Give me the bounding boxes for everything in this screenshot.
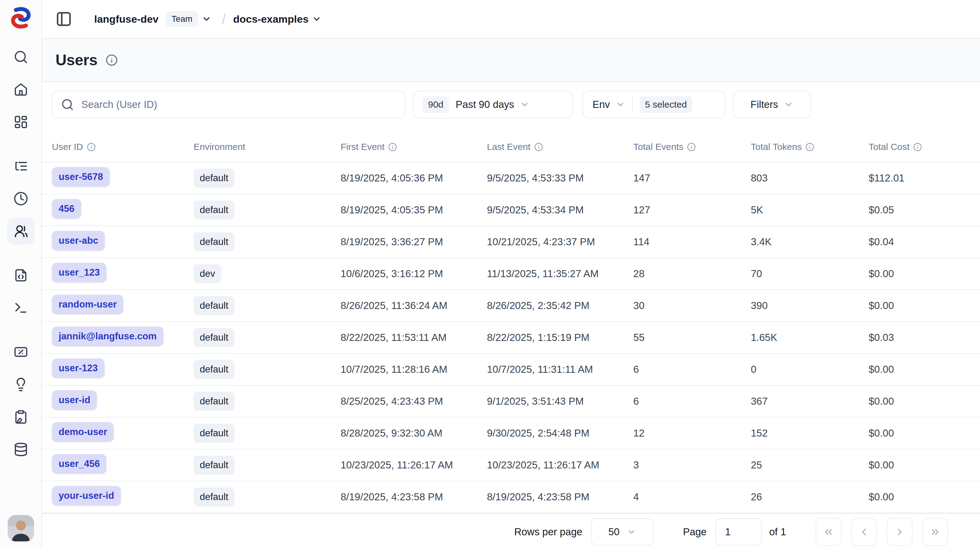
sidebar-item-prompts[interactable] [7, 262, 35, 289]
page-number-input[interactable] [715, 518, 762, 545]
table-row[interactable]: user_123 dev 10/6/2025, 3:16:12 PM 11/13… [42, 258, 980, 290]
info-icon[interactable] [87, 143, 96, 151]
user-id-badge[interactable]: your-user-id [52, 486, 121, 506]
column-header-label: Total Events [633, 142, 683, 152]
environment-cell: default [194, 296, 340, 315]
column-header[interactable]: Environment [194, 142, 340, 152]
table-row[interactable]: user-5678 default 8/19/2025, 4:05:36 PM … [42, 162, 980, 194]
info-icon[interactable] [687, 143, 696, 151]
user-id-cell: user_123 [52, 263, 194, 285]
last-event-cell: 8/19/2025, 4:23:58 PM [487, 491, 633, 503]
search-icon [61, 98, 74, 111]
sidebar-item-playground[interactable] [7, 294, 35, 321]
column-header-label: First Event [340, 142, 385, 152]
column-header-label: Last Event [487, 142, 530, 152]
environment-badge: default [194, 487, 234, 506]
sidebar-item-datasets[interactable] [7, 436, 35, 463]
env-filter-button[interactable]: Env 5 selected [583, 91, 725, 118]
total-events-cell: 147 [633, 172, 751, 184]
user-id-badge[interactable]: 456 [52, 199, 81, 219]
filters-button[interactable]: Filters [733, 91, 811, 118]
chevron-down-icon [312, 14, 321, 24]
sidebar-item-users[interactable] [7, 218, 35, 245]
main-content: langfuse-dev Team / docs-examples Users … [42, 0, 980, 550]
user-avatar[interactable] [8, 515, 34, 541]
sidebar-item-sessions[interactable] [7, 185, 35, 212]
total-cost-cell: $0.03 [869, 332, 970, 343]
sidebar-nav [7, 44, 35, 463]
sidebar-toggle-button[interactable] [56, 11, 72, 27]
environment-cell: default [194, 201, 340, 220]
table-row[interactable]: user-123 default 10/7/2025, 11:28:16 AM … [42, 354, 980, 386]
lightbulb-icon [13, 377, 28, 392]
table-row[interactable]: user_456 default 10/23/2025, 11:26:17 AM… [42, 449, 980, 481]
last-event-cell: 8/26/2025, 2:35:42 PM [487, 300, 633, 311]
table-row[interactable]: demo-user default 8/28/2025, 9:32:30 AM … [42, 418, 980, 449]
user-id-badge[interactable]: demo-user [52, 422, 114, 442]
org-switcher-button[interactable] [202, 14, 212, 24]
column-header[interactable]: User ID [52, 142, 194, 152]
search-input[interactable] [81, 99, 396, 110]
total-cost-cell: $0.00 [869, 491, 970, 503]
info-icon[interactable] [534, 143, 543, 151]
user-id-cell: user-abc [52, 231, 194, 253]
column-header[interactable]: Total Tokens [751, 142, 869, 152]
total-events-cell: 114 [633, 236, 751, 248]
user-id-cell: demo-user [52, 422, 194, 444]
sidebar-item-dashboards[interactable] [7, 109, 35, 136]
project-switcher-button[interactable] [312, 14, 321, 24]
table-row[interactable]: user-id default 8/25/2025, 4:23:43 PM 9/… [42, 386, 980, 418]
environment-badge: default [194, 169, 234, 188]
previous-page-button[interactable] [851, 518, 877, 546]
terminal-icon [13, 300, 28, 315]
rows-per-page-select[interactable]: 50 [591, 518, 654, 545]
project-name[interactable]: docs-examples [233, 13, 309, 25]
chevron-down-icon [627, 527, 636, 537]
column-header[interactable]: First Event [340, 142, 487, 152]
user-id-cell: user_456 [52, 454, 194, 476]
env-label: Env [592, 99, 610, 110]
org-name[interactable]: langfuse-dev [94, 13, 159, 25]
user-id-badge[interactable]: user_123 [52, 263, 107, 282]
total-cost-cell: $0.00 [869, 395, 970, 407]
page-title-info-icon[interactable] [105, 54, 118, 66]
table-row[interactable]: your-user-id default 8/19/2025, 4:23:58 … [42, 481, 980, 513]
last-event-cell: 10/7/2025, 11:31:11 AM [487, 364, 633, 375]
user-id-badge[interactable]: jannik@langfuse.com [52, 327, 164, 346]
user-id-badge[interactable]: user-123 [52, 358, 105, 378]
date-range-button[interactable]: 90d Past 90 days [413, 91, 573, 118]
table-row[interactable]: 456 default 8/19/2025, 4:05:35 PM 9/5/20… [42, 194, 980, 226]
sidebar-item-tracing[interactable] [7, 153, 35, 180]
user-id-badge[interactable]: user_456 [52, 454, 107, 474]
user-id-badge[interactable]: user-id [52, 390, 97, 410]
info-icon[interactable] [805, 143, 814, 151]
user-id-badge[interactable]: user-5678 [52, 167, 110, 187]
table-row[interactable]: user-abc default 8/19/2025, 3:36:27 PM 1… [42, 226, 980, 258]
sidebar-item-annotation[interactable] [7, 403, 35, 430]
langfuse-logo[interactable] [9, 6, 32, 29]
sidebar-item-evaluation[interactable] [7, 371, 35, 398]
table-row[interactable]: jannik@langfuse.com default 8/22/2025, 1… [42, 322, 980, 354]
user-id-cell: user-id [52, 390, 194, 412]
sidebar-item-scores[interactable] [7, 338, 35, 365]
user-id-badge[interactable]: user-abc [52, 231, 105, 250]
user-id-badge[interactable]: random-user [52, 295, 123, 314]
total-events-cell: 30 [633, 300, 751, 311]
next-page-button[interactable] [887, 518, 913, 546]
info-icon[interactable] [913, 143, 922, 151]
date-range-shortcode-badge: 90d [423, 96, 449, 113]
org-plan-badge: Team [165, 11, 199, 27]
first-page-button[interactable] [816, 518, 841, 546]
info-icon[interactable] [388, 143, 397, 151]
column-header[interactable]: Last Event [487, 142, 633, 152]
table-row[interactable]: random-user default 8/26/2025, 11:36:24 … [42, 290, 980, 322]
sidebar-item-search[interactable] [7, 44, 35, 71]
total-events-cell: 28 [633, 268, 751, 280]
last-page-button[interactable] [922, 518, 948, 546]
total-cost-cell: $0.00 [869, 300, 970, 311]
first-event-cell: 8/19/2025, 4:05:35 PM [340, 204, 487, 216]
sidebar-item-home[interactable] [7, 76, 35, 103]
column-header[interactable]: Total Events [633, 142, 751, 152]
column-header[interactable]: Total Cost [869, 142, 970, 152]
breadcrumb-separator: / [222, 11, 226, 27]
